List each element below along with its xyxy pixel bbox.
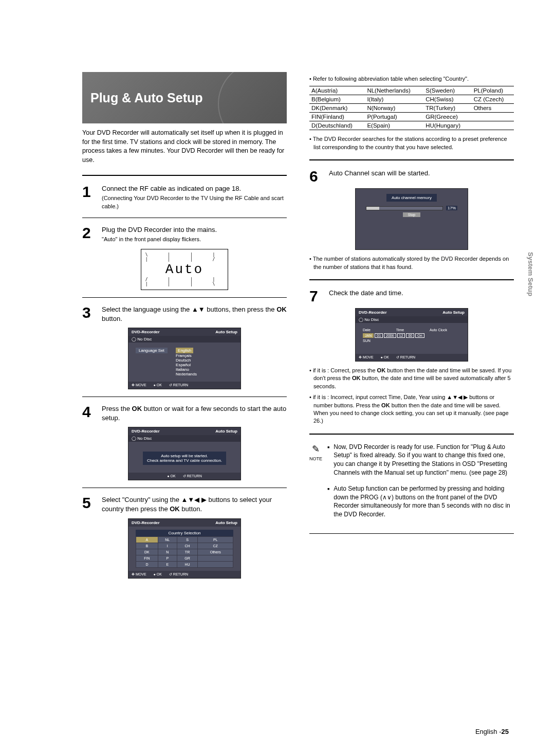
table-cell: TR(Turkey) [423, 104, 471, 113]
stop-button[interactable]: Stop [403, 212, 420, 217]
country-cell[interactable]: N [158, 549, 177, 555]
language-option[interactable]: Español [176, 363, 191, 367]
country-cell[interactable]: FIN [136, 555, 158, 561]
table-cell: HU(Hungary) [423, 121, 471, 130]
table-cell: A(Austria) [309, 86, 365, 95]
date-field[interactable]: 01 [375, 333, 383, 338]
table-cell: P(Portugal) [365, 113, 423, 121]
country-cell[interactable]: D [136, 561, 158, 567]
sidebar-section-label: System Setup [527, 252, 534, 296]
date-field[interactable]: JAN [363, 333, 374, 338]
country-cell[interactable]: Others [198, 549, 233, 555]
note-icon: ✎NOTE [309, 443, 322, 526]
hero-banner: Plug & Auto Setup [82, 72, 287, 123]
osd-nodisc: No Disc [364, 317, 379, 322]
country-cell[interactable]: NL [158, 536, 177, 543]
country-cell[interactable]: HU [177, 561, 198, 567]
table-cell: N(Norway) [365, 104, 423, 113]
bullet-7a: • if it is : Correct, press the OK butto… [309, 367, 514, 390]
step-text: Plug the DVD Recorder into the mains. [102, 225, 287, 235]
country-cell[interactable] [198, 561, 233, 567]
osd-ok: OK [157, 383, 162, 387]
hero-title: Plug & Auto Setup [90, 91, 203, 105]
lcd-display: \ | | | | | | / Auto / | | | | | | \ [141, 249, 228, 290]
date-field[interactable]: 2006 [384, 333, 396, 338]
step-text: Auto Channel scan will be started. [329, 169, 514, 184]
osd-return: RETURN [400, 355, 415, 359]
country-cell[interactable]: B [136, 543, 158, 549]
bullet-stored: • The number of stations automatically s… [309, 255, 514, 271]
note-item: Auto Setup function can be performed by … [334, 484, 514, 519]
osd-title: DVD-Recorder [359, 310, 387, 315]
osd-corner: Auto Setup [215, 429, 237, 434]
country-cell[interactable]: CZ [198, 543, 233, 549]
divider [82, 488, 287, 488]
page-number: 25 [502, 728, 509, 735]
language-option[interactable]: Deutsch [176, 358, 191, 363]
date-field[interactable]: 12 [397, 333, 405, 338]
step-text: Press the OK button or wait for a few se… [102, 404, 287, 423]
step-text: Select the language using the ▲▼ buttons… [102, 305, 287, 323]
language-option[interactable]: Nederlands [176, 372, 197, 376]
table-cell: PL(Poland) [472, 86, 514, 95]
table-cell: B(Belgium) [309, 95, 365, 104]
country-cell[interactable] [198, 555, 233, 561]
table-cell: NL(Netherlands) [365, 86, 423, 95]
osd-channel-scan: Auto channel memory 17% Stop [355, 188, 468, 250]
step-text: Check the date and time. [329, 289, 514, 304]
country-abbr-table: A(Austria)NL(Netherlands)S(Sweden)PL(Pol… [309, 86, 514, 130]
osd-title: DVD-Recorder [132, 429, 160, 434]
country-cell[interactable]: CH [177, 543, 198, 549]
bullet-7b: • if it is : Incorrect, input correct Ti… [309, 393, 514, 425]
osd-return: RETURN [187, 474, 202, 478]
language-option[interactable]: Italiano [176, 367, 189, 372]
right-column: • Refer to following abbreviation table … [309, 72, 514, 584]
country-cell[interactable]: DK [136, 549, 158, 555]
language-option[interactable]: English [176, 348, 193, 353]
step-2: 2 Plug the DVD Recorder into the mains. … [82, 225, 287, 244]
time-label: Time [396, 328, 404, 332]
osd-corner: Auto Setup [215, 520, 237, 525]
autosetup-msg: Check antenna and TV cable connection. [147, 458, 222, 463]
language-option[interactable]: Français [176, 353, 192, 358]
country-cell[interactable]: GR [177, 555, 198, 561]
osd-country: DVD-RecorderAuto Setup Country Selection… [128, 518, 241, 579]
step-3: 3 Select the language using the ▲▼ butto… [82, 305, 287, 323]
footer-language: English - [475, 728, 502, 735]
osd-move: MOVE [136, 383, 146, 387]
osd-corner: Auto Setup [215, 330, 237, 334]
note-label: NOTE [309, 456, 322, 462]
divider [82, 218, 287, 218]
divider [82, 397, 287, 397]
osd-title: DVD-Recorder [132, 520, 160, 525]
country-cell[interactable]: S [177, 536, 198, 543]
date-field[interactable]: On [415, 333, 424, 338]
divider [309, 434, 514, 435]
step-5: 5 Select "Country" using the ▲▼◀ ▶ butto… [82, 495, 287, 514]
language-label: Language Set [136, 348, 168, 353]
osd-language: DVD-RecorderAuto Setup ◯ No Disc Languag… [128, 328, 241, 389]
step-number: 4 [82, 404, 97, 423]
country-cell[interactable]: I [158, 543, 177, 549]
table-cell: D(Deutschland) [309, 121, 365, 130]
country-cell[interactable]: E [158, 561, 177, 567]
table-cell: DK(Denmark) [309, 104, 365, 113]
osd-autosetup: DVD-RecorderAuto Setup ◯ No Disc Auto se… [128, 427, 241, 480]
table-cell: Others [472, 104, 514, 113]
date-field[interactable]: 00 [406, 333, 414, 338]
step-6: 6 Auto Channel scan will be started. [309, 169, 514, 184]
step-number: 6 [309, 169, 324, 184]
osd-datetime: DVD-RecorderAuto Setup ◯ No Disc Date Ti… [355, 308, 468, 362]
step-number: 5 [82, 495, 97, 514]
step-number: 7 [309, 289, 324, 304]
lcd-text: Auto [144, 262, 225, 277]
autosetup-msg: Auto setup will be started. [147, 454, 222, 458]
country-cell[interactable]: TR [177, 549, 198, 555]
divider [82, 175, 287, 176]
country-cell[interactable]: PL [198, 536, 233, 543]
date-label: Date [363, 328, 371, 332]
osd-ok: OK [157, 572, 162, 576]
country-cell[interactable]: A [136, 536, 158, 543]
table-cell: E(Spain) [365, 121, 423, 130]
country-cell[interactable]: P [158, 555, 177, 561]
